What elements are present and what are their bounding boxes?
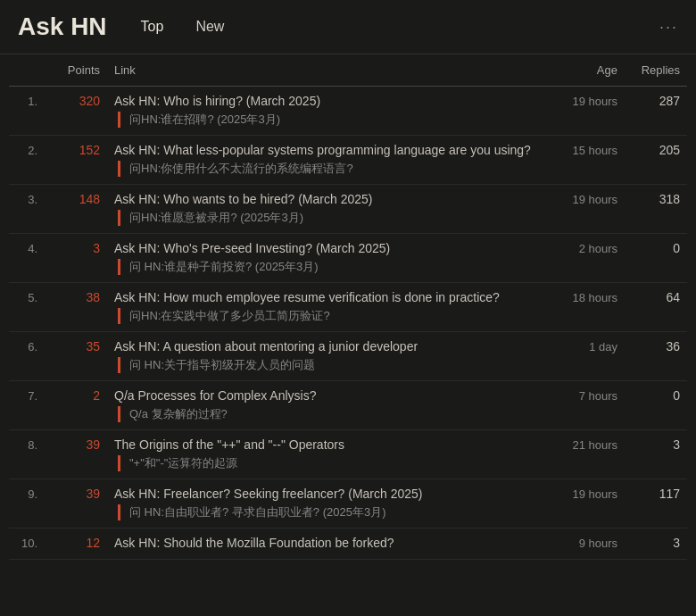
table-subrow: 问HN:你使用什么不太流行的系统编程语言?	[9, 159, 687, 185]
row-points: 35	[45, 332, 107, 356]
col-header-age: Age	[544, 54, 625, 87]
sub-text: "+"和"-"运算符的起源	[129, 455, 237, 471]
row-sub-link: "+"和"-"运算符的起源	[107, 454, 544, 479]
table-row: 6. 35 Ask HN: A question about mentoring…	[9, 332, 687, 356]
row-sub-link: 问HN:谁愿意被录用? (2025年3月)	[107, 208, 544, 234]
row-number: 3.	[9, 185, 45, 209]
row-link[interactable]: Ask HN: Who's Pre-seed Investing? (March…	[107, 234, 544, 258]
table-subrow-empty	[9, 552, 687, 560]
sub-bar	[118, 406, 120, 422]
table-subrow: 问 HN:关于指导初级开发人员的问题	[9, 355, 687, 381]
app-title: Ask HN	[18, 12, 107, 41]
table-row: 9. 39 Ask HN: Freelancer? Seeking freela…	[9, 479, 687, 504]
sub-bar	[118, 504, 120, 520]
row-number: 9.	[9, 479, 45, 504]
row-number: 8.	[9, 430, 45, 454]
row-points: 320	[45, 87, 107, 111]
table-row: 1. 320 Ask HN: Who is hiring? (March 202…	[9, 87, 687, 111]
table-header: Points Link Age Replies	[9, 54, 687, 87]
row-link[interactable]: Ask HN: A question about mentoring a jun…	[107, 332, 544, 356]
table-row: 4. 3 Ask HN: Who's Pre-seed Investing? (…	[9, 234, 687, 258]
row-link[interactable]: The Origins of the "++" and "--" Operato…	[107, 430, 544, 454]
row-number: 4.	[9, 234, 45, 258]
sub-text: 问HN:谁在招聘? (2025年3月)	[129, 112, 280, 128]
col-header-num	[9, 54, 45, 87]
row-age: 15 hours	[544, 136, 625, 160]
table-subrow: 问 HN:谁是种子前投资? (2025年3月)	[9, 257, 687, 283]
row-points: 38	[45, 283, 107, 307]
content-table: Points Link Age Replies 1. 320 Ask HN: W…	[0, 54, 696, 560]
table-subrow: 问HN:谁愿意被录用? (2025年3月)	[9, 208, 687, 234]
row-sub-link: 问 HN:关于指导初级开发人员的问题	[107, 355, 544, 381]
table-row: 8. 39 The Origins of the "++" and "--" O…	[9, 430, 687, 454]
table-row: 7. 2 Q/a Processes for Complex Anlysis? …	[9, 381, 687, 405]
row-sub-link: 问HN:谁在招聘? (2025年3月)	[107, 110, 544, 136]
table-subrow: 问HN:在实践中做了多少员工简历验证?	[9, 306, 687, 332]
row-replies: 3	[625, 430, 687, 454]
sub-bar	[118, 112, 120, 128]
sub-text: 问HN:谁愿意被录用? (2025年3月)	[129, 210, 303, 226]
row-link[interactable]: Q/a Processes for Complex Anlysis?	[107, 381, 544, 405]
row-number: 10.	[9, 529, 45, 553]
row-sub-link: 问 HN:自由职业者? 寻求自由职业者? (2025年3月)	[107, 503, 544, 529]
row-sub-link: 问HN:你使用什么不太流行的系统编程语言?	[107, 159, 544, 185]
row-age: 19 hours	[544, 185, 625, 209]
table-subrow: 问 HN:自由职业者? 寻求自由职业者? (2025年3月)	[9, 503, 687, 529]
row-age: 19 hours	[544, 87, 625, 111]
sub-text: 问HN:在实践中做了多少员工简历验证?	[129, 308, 330, 324]
row-number: 1.	[9, 87, 45, 111]
row-points: 148	[45, 185, 107, 209]
table-row: 5. 38 Ask HN: How much employee resume v…	[9, 283, 687, 307]
row-age: 1 day	[544, 332, 625, 356]
table-subrow: Q/a 复杂解的过程?	[9, 404, 687, 430]
row-points: 39	[45, 479, 107, 504]
row-age: 2 hours	[544, 234, 625, 258]
row-number: 5.	[9, 283, 45, 307]
app-header: Ask HN Top New ···	[0, 0, 696, 54]
row-sub-link: Q/a 复杂解的过程?	[107, 404, 544, 430]
row-points: 152	[45, 136, 107, 160]
sub-text: 问 HN:谁是种子前投资? (2025年3月)	[129, 259, 319, 275]
row-number: 7.	[9, 381, 45, 405]
row-link[interactable]: Ask HN: Who is hiring? (March 2025)	[107, 87, 544, 111]
sub-text: 问 HN:关于指导初级开发人员的问题	[129, 357, 315, 373]
tab-top[interactable]: Top	[134, 15, 171, 38]
col-header-points: Points	[45, 54, 107, 87]
row-age: 18 hours	[544, 283, 625, 307]
row-number: 6.	[9, 332, 45, 356]
row-points: 3	[45, 234, 107, 258]
row-age: 9 hours	[544, 529, 625, 553]
row-sub-link: 问HN:在实践中做了多少员工简历验证?	[107, 306, 544, 332]
sub-bar	[118, 161, 120, 177]
more-button[interactable]: ···	[659, 18, 678, 37]
table-row: 10. 12 Ask HN: Should the Mozilla Founda…	[9, 529, 687, 553]
sub-bar	[118, 210, 120, 226]
row-replies: 64	[625, 283, 687, 307]
row-age: 19 hours	[544, 479, 625, 504]
sub-text: 问 HN:自由职业者? 寻求自由职业者? (2025年3月)	[129, 504, 386, 520]
row-link[interactable]: Ask HN: How much employee resume verific…	[107, 283, 544, 307]
row-number: 2.	[9, 136, 45, 160]
row-link[interactable]: Ask HN: Freelancer? Seeking freelancer? …	[107, 479, 544, 504]
col-header-replies: Replies	[625, 54, 687, 87]
col-header-link: Link	[107, 54, 544, 87]
row-link[interactable]: Ask HN: Who wants to be hired? (March 20…	[107, 185, 544, 209]
row-points: 12	[45, 529, 107, 553]
table-subrow: 问HN:谁在招聘? (2025年3月)	[9, 110, 687, 136]
row-replies: 205	[625, 136, 687, 160]
sub-text: 问HN:你使用什么不太流行的系统编程语言?	[129, 161, 353, 177]
row-replies: 117	[625, 479, 687, 504]
row-replies: 287	[625, 87, 687, 111]
tab-new[interactable]: New	[188, 15, 231, 38]
nav-tabs: Top New	[134, 15, 232, 38]
row-replies: 0	[625, 234, 687, 258]
row-link[interactable]: Ask HN: Should the Mozilla Foundation be…	[107, 529, 544, 553]
row-link[interactable]: Ask HN: What less-popular systems progra…	[107, 136, 544, 160]
table-subrow: "+"和"-"运算符的起源	[9, 454, 687, 479]
sub-bar	[118, 308, 120, 324]
row-replies: 0	[625, 381, 687, 405]
row-points: 2	[45, 381, 107, 405]
sub-text: Q/a 复杂解的过程?	[129, 406, 228, 422]
row-age: 7 hours	[544, 381, 625, 405]
table-row: 3. 148 Ask HN: Who wants to be hired? (M…	[9, 185, 687, 209]
